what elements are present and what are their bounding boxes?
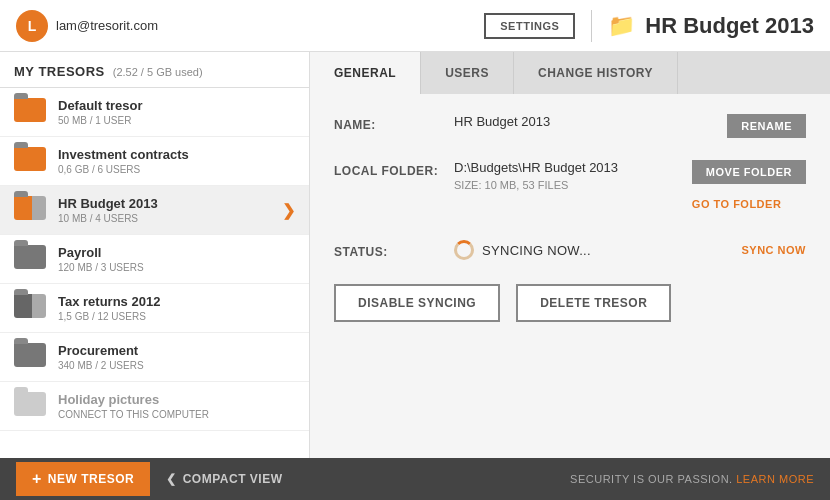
plus-icon: + [32,470,42,488]
folder-icon [14,98,46,126]
sidebar-item-default-tresor[interactable]: Default tresor 50 MB / 1 USER [0,88,309,137]
folder-shape [14,392,46,416]
tresor-arrow: ❯ [282,201,295,220]
tresor-name: Holiday pictures [58,392,295,407]
sidebar: MY TRESORS (2.52 / 5 GB used) Default tr… [0,52,310,458]
sync-spinner [454,240,474,260]
status-row: STATUS: SYNCING NOW... SYNC NOW [334,238,806,262]
folder-icon [14,196,46,224]
tresor-meta: 50 MB / 1 USER [58,115,295,126]
local-folder-label: LOCAL FOLDER: [334,160,454,178]
app-header: L lam@tresorit.com SETTINGS 📁 HR Budget … [0,0,830,52]
tab-bar: GENERALUSERSCHANGE HISTORY [310,52,830,94]
tresor-info: Default tresor 50 MB / 1 USER [58,98,295,126]
tresor-name: Investment contracts [58,147,295,162]
local-folder-content: D:\Budgets\HR Budget 2013 SIZE: 10 MB, 5… [454,160,676,191]
sidebar-item-hr-budget-2013[interactable]: HR Budget 2013 10 MB / 4 USERS ❯ [0,186,309,235]
tresor-name: Default tresor [58,98,295,113]
tresor-info: Payroll 120 MB / 3 USERS [58,245,295,273]
tresor-info: HR Budget 2013 10 MB / 4 USERS [58,196,282,224]
folder-icon [14,343,46,371]
tresor-info: Holiday pictures CONNECT TO THIS COMPUTE… [58,392,295,420]
main-layout: MY TRESORS (2.52 / 5 GB used) Default tr… [0,52,830,458]
name-value: HR Budget 2013 [454,114,711,129]
current-tresor-title: HR Budget 2013 [645,13,814,39]
status-content: SYNCING NOW... [454,240,726,260]
sync-now-button[interactable]: SYNC NOW [742,238,807,262]
tresor-name: Procurement [58,343,295,358]
folder-shape [14,343,46,367]
sidebar-usage: (2.52 / 5 GB used) [113,66,203,78]
chevron-left-icon: ❮ [166,472,177,486]
folder-size: SIZE: 10 MB, 53 files [454,179,676,191]
tresor-meta: CONNECT TO THIS COMPUTER [58,409,295,420]
go-to-folder-button[interactable]: GO TO FOLDER [692,192,782,216]
tresor-name: Tax returns 2012 [58,294,295,309]
folder-icon [14,147,46,175]
tab-change-history[interactable]: CHANGE HISTORY [514,52,678,94]
content-area: GENERALUSERSCHANGE HISTORY NAME: HR Budg… [310,52,830,458]
sidebar-item-procurement[interactable]: Procurement 340 MB / 2 USERS [0,333,309,382]
settings-button[interactable]: SETTINGS [484,13,575,39]
sidebar-item-tax-returns-2012[interactable]: Tax returns 2012 1,5 GB / 12 USERS [0,284,309,333]
user-email: lam@tresorit.com [56,18,484,33]
tresor-meta: 120 MB / 3 USERS [58,262,295,273]
tresor-meta: 340 MB / 2 USERS [58,360,295,371]
name-row: NAME: HR Budget 2013 RENAME [334,114,806,138]
footer-security: SECURITY IS OUR PASSION. LEARN MORE [282,473,814,485]
status-label: STATUS: [334,241,454,259]
compact-view-label: COMPACT VIEW [183,472,283,486]
header-divider [591,10,592,42]
folder-icon [14,245,46,273]
avatar: L [16,10,48,42]
learn-more-link[interactable]: LEARN MORE [736,473,814,485]
folder-icon [14,294,46,322]
tresor-list: Default tresor 50 MB / 1 USER Investment… [0,88,309,458]
compact-view-button[interactable]: ❮ COMPACT VIEW [166,472,282,486]
tresor-info: Investment contracts 0,6 GB / 6 USERS [58,147,295,175]
tresor-name: HR Budget 2013 [58,196,282,211]
status-text: SYNCING NOW... [482,243,591,258]
new-tresor-button[interactable]: + NEW TRESOR [16,462,150,496]
tresor-meta: 10 MB / 4 USERS [58,213,282,224]
security-text: SECURITY IS OUR PASSION. [570,473,733,485]
sidebar-title: MY TRESORS [14,64,105,79]
disable-syncing-button[interactable]: DISABLE SYNCING [334,284,500,322]
tresor-meta: 0,6 GB / 6 USERS [58,164,295,175]
tab-users[interactable]: USERS [421,52,514,94]
footer: + NEW TRESOR ❮ COMPACT VIEW SECURITY IS … [0,458,830,500]
general-panel: NAME: HR Budget 2013 RENAME LOCAL FOLDER… [310,94,830,458]
folder-shape [14,245,46,269]
sidebar-header: MY TRESORS (2.52 / 5 GB used) [0,52,309,88]
tresor-info: Tax returns 2012 1,5 GB / 12 USERS [58,294,295,322]
folder-actions: MOVE FOLDER GO TO FOLDER [692,160,806,216]
status-actions: SYNC NOW [742,238,807,262]
move-folder-button[interactable]: MOVE FOLDER [692,160,806,184]
folder-shape [14,196,46,220]
bottom-action-buttons: DISABLE SYNCING DELETE TRESOR [334,284,806,322]
new-tresor-label: NEW TRESOR [48,472,134,486]
delete-tresor-button[interactable]: DELETE TRESOR [516,284,671,322]
folder-shape [14,147,46,171]
tresor-meta: 1,5 GB / 12 USERS [58,311,295,322]
folder-shape [14,294,46,318]
sidebar-item-payroll[interactable]: Payroll 120 MB / 3 USERS [0,235,309,284]
tresor-name: Payroll [58,245,295,260]
sidebar-item-investment-contracts[interactable]: Investment contracts 0,6 GB / 6 USERS [0,137,309,186]
tab-general[interactable]: GENERAL [310,52,421,94]
tresor-info: Procurement 340 MB / 2 USERS [58,343,295,371]
rename-button[interactable]: RENAME [727,114,806,138]
folder-icon [14,392,46,420]
folder-shape [14,98,46,122]
local-folder-row: LOCAL FOLDER: D:\Budgets\HR Budget 2013 … [334,160,806,216]
sidebar-item-holiday-pictures[interactable]: Holiday pictures CONNECT TO THIS COMPUTE… [0,382,309,431]
tresor-folder-icon: 📁 [608,13,635,39]
name-label: NAME: [334,114,454,132]
name-actions: RENAME [727,114,806,138]
local-folder-path: D:\Budgets\HR Budget 2013 [454,160,676,175]
